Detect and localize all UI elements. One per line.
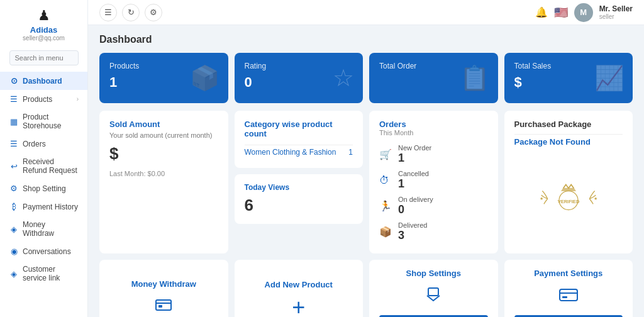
shop-settings-action-card: Shop Settings Go to setting xyxy=(369,260,498,317)
verified-badge: ★ ★ VERIFIED xyxy=(514,180,623,218)
new-order-label: New Order xyxy=(398,144,431,152)
payment-settings-action-icon xyxy=(557,283,580,310)
sidebar-item-money-withdraw[interactable]: ◈ Money Withdraw xyxy=(0,216,87,242)
avatar: M xyxy=(574,3,593,22)
sidebar-item-storehouse[interactable]: ▦ Product Storehouse xyxy=(0,108,87,135)
money-withdraw-action-card: Money Withdraw xyxy=(99,260,228,317)
on-delivery-count: 0 xyxy=(398,203,433,216)
cancelled-order-label: Cancelled xyxy=(398,170,429,177)
today-views-card: Today Views 6 xyxy=(235,174,364,224)
money-withdraw-action-title: Money Withdraw xyxy=(131,279,196,289)
sidebar-logo: ♟ Adidas seller@qq.com xyxy=(23,0,65,44)
sidebar-item-refund[interactable]: ↩ Received Refund Request xyxy=(0,153,87,179)
orders-title: Orders xyxy=(379,120,488,129)
stat-card-total-order: Total Order 📋 xyxy=(369,53,498,103)
sold-amount-subtitle: Your sold amount (current month) xyxy=(109,131,218,139)
orders-card: Orders This Month 🛒 New Order 1 ⏱ Cancel… xyxy=(369,111,498,253)
stat-icon-products: 📦 xyxy=(190,64,219,92)
products-icon: ☰ xyxy=(9,94,19,104)
svg-rect-4 xyxy=(156,300,171,310)
sidebar-label-storehouse: Product Storehouse xyxy=(23,113,79,130)
payment-history-icon: ₿ xyxy=(9,202,19,211)
refund-icon: ↩ xyxy=(9,162,19,171)
add-product-action-card[interactable]: Add New Product + xyxy=(235,260,364,317)
chevron-right-icon: › xyxy=(77,96,79,103)
sidebar-label-products: Products xyxy=(23,95,73,104)
stat-card-total-sales: Total Sales $ 📈 xyxy=(504,53,633,103)
sidebar-search-input[interactable] xyxy=(9,50,79,65)
delivered-icon: 📦 xyxy=(379,226,393,238)
order-row-delivered: 📦 Delivered 3 xyxy=(379,219,488,245)
sidebar-label-payment-history: Payment History xyxy=(23,203,79,211)
bottom-actions-row: Money Withdraw Add New Product + Shop Se… xyxy=(99,260,633,317)
sidebar-item-conversations[interactable]: ◉ Conversations xyxy=(0,242,87,260)
payment-settings-action-title: Payment Settings xyxy=(534,269,602,278)
cancelled-order-count: 1 xyxy=(398,177,429,191)
stat-icon-total-sales: 📈 xyxy=(594,64,624,92)
orders-subtitle: This Month xyxy=(379,129,488,136)
stat-card-products: Products 1 📦 xyxy=(99,53,228,103)
package-status: Package Not Found xyxy=(514,137,591,147)
sidebar-item-dashboard[interactable]: ⊙ Dashboard xyxy=(0,72,87,90)
on-delivery-label: On delivery xyxy=(398,196,433,203)
brand-email: seller@qq.com xyxy=(23,35,65,42)
customer-service-icon: ◈ xyxy=(9,269,19,279)
user-role: seller xyxy=(599,13,633,20)
sidebar-label-money-withdraw: Money Withdraw xyxy=(23,220,79,238)
conversations-icon: ◉ xyxy=(9,247,19,256)
sidebar-label-refund: Received Refund Request xyxy=(23,157,79,175)
sidebar-label-customer-service: Customer service link xyxy=(23,265,79,282)
sidebar: ♟ Adidas seller@qq.com ⊙ Dashboard ☰ Pro… xyxy=(0,0,88,317)
sold-amount-title: Sold Amount xyxy=(109,120,218,129)
sold-amount-value: $ xyxy=(109,144,218,164)
page-title: Dashboard xyxy=(99,34,633,45)
sidebar-label-conversations: Conversations xyxy=(23,247,79,256)
dashboard-body: Dashboard Products 1 📦 Rating 0 ☆ Total … xyxy=(88,25,644,317)
svg-text:VERIFIED: VERIFIED xyxy=(557,199,579,204)
topbar: ☰ ↻ ⚙ 🔔 🇺🇸 M Mr. Seller seller xyxy=(88,0,644,25)
category-count: 1 xyxy=(348,148,353,157)
svg-rect-8 xyxy=(560,289,577,301)
category-title: Category wise product count xyxy=(245,120,353,138)
order-row-new: 🛒 New Order 1 xyxy=(379,142,488,167)
add-product-plus-icon: + xyxy=(292,294,305,318)
svg-text:★: ★ xyxy=(594,197,597,201)
order-row-cancelled: ⏱ Cancelled 1 xyxy=(379,167,488,193)
add-product-action-title: Add New Product xyxy=(265,280,333,289)
sidebar-item-products[interactable]: ☰ Products › xyxy=(0,90,87,108)
stat-icon-rating: ☆ xyxy=(333,64,354,92)
stat-card-rating: Rating 0 ☆ xyxy=(235,53,364,103)
refresh-button[interactable]: ↻ xyxy=(122,4,140,21)
notification-bell-icon[interactable]: 🔔 xyxy=(535,6,548,18)
shop-settings-action-icon xyxy=(422,283,445,310)
category-name: Women Clothing & Fashion xyxy=(245,148,336,157)
new-order-icon: 🛒 xyxy=(379,148,393,160)
orders-icon: ☰ xyxy=(9,139,19,148)
sidebar-item-payment-history[interactable]: ₿ Payment History xyxy=(0,197,87,216)
username: Mr. Seller xyxy=(599,4,633,13)
new-order-count: 1 xyxy=(398,152,431,165)
today-views-value: 6 xyxy=(245,196,353,215)
menu-toggle-button[interactable]: ☰ xyxy=(99,4,117,21)
sold-amount-card: Sold Amount Your sold amount (current mo… xyxy=(99,111,228,253)
language-flag-icon[interactable]: 🇺🇸 xyxy=(554,6,568,19)
sidebar-label-shop-setting: Shop Setting xyxy=(23,184,79,193)
sidebar-item-customer-service[interactable]: ◈ Customer service link xyxy=(0,260,87,287)
today-views-label: Today Views xyxy=(245,183,353,192)
category-item: Women Clothing & Fashion 1 xyxy=(245,145,353,159)
sidebar-item-shop-setting[interactable]: ⚙ Shop Setting xyxy=(0,179,87,197)
sidebar-label-orders: Orders xyxy=(23,140,79,148)
settings-button[interactable]: ⚙ xyxy=(145,4,162,21)
sidebar-item-orders[interactable]: ☰ Orders xyxy=(0,135,87,153)
brand-name: Adidas xyxy=(30,25,57,35)
verified-svg: ★ ★ VERIFIED xyxy=(537,180,600,218)
money-withdraw-action-icon xyxy=(152,294,175,317)
order-row-on-delivery: 🏃 On delivery 0 xyxy=(379,193,488,219)
money-withdraw-icon: ◈ xyxy=(9,225,19,234)
svg-rect-10 xyxy=(562,296,567,298)
sidebar-nav: ⊙ Dashboard ☰ Products › ▦ Product Store… xyxy=(0,72,87,293)
sold-amount-last-month: Last Month: $0.00 xyxy=(109,170,218,177)
purchased-package-card: Purchased Package Package Not Found xyxy=(504,111,633,253)
shop-setting-icon: ⚙ xyxy=(9,184,19,193)
svg-rect-5 xyxy=(158,305,162,308)
